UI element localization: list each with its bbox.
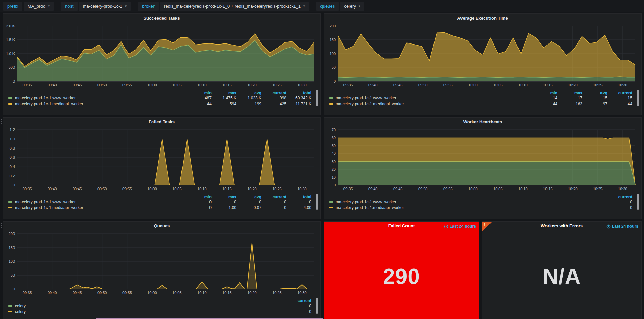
legend-series-toggle[interactable]: ma-celery-prod-1c-1.www_worker bbox=[6, 95, 188, 101]
graph-canvas[interactable]: 05001.0 K1.5 K2.0 K09:3509:4009:4509:500… bbox=[4, 23, 319, 89]
var-group-broker: broker redis_ma-celeryredis-prod-1c-1_0 … bbox=[138, 2, 309, 11]
svg-text:09:55: 09:55 bbox=[122, 291, 132, 295]
legend-series-name: ma-celery-prod-1c-1.mediaapi_worker bbox=[336, 102, 404, 106]
var-select-queues[interactable]: celery ▾ bbox=[340, 2, 364, 11]
legend-series-row: ma-celery-prod-1c-1.mediaapi_worker44594… bbox=[6, 101, 313, 107]
graph-legend: minmaxavgcurrenttotalma-celery-prod-1c-1… bbox=[3, 89, 320, 107]
clock-icon bbox=[606, 224, 611, 229]
legend-scrollbar[interactable] bbox=[637, 194, 639, 210]
legend-col-avg[interactable]: avg bbox=[238, 195, 263, 199]
graph-canvas[interactable]: 01020304050607009:3509:4009:4509:5009:55… bbox=[325, 126, 640, 193]
legend-col-current[interactable]: current bbox=[263, 195, 288, 199]
svg-text:0: 0 bbox=[13, 287, 15, 291]
svg-text:09:45: 09:45 bbox=[73, 83, 82, 87]
legend-name-header bbox=[6, 298, 288, 303]
panel-title[interactable]: Queues bbox=[3, 222, 320, 230]
legend-series-toggle[interactable]: ma-celery-prod-1c-1.mediaapi_worker bbox=[327, 205, 609, 211]
svg-text:10:30: 10:30 bbox=[297, 187, 307, 191]
legend-stat-value: 425 bbox=[263, 101, 288, 107]
legend-col-max[interactable]: max bbox=[213, 195, 238, 199]
legend-series-row: ma-celery-prod-1c-1.mediaapi_worker44163… bbox=[327, 101, 634, 107]
graph-canvas[interactable]: 05010015020009:3509:4009:4509:5009:5510:… bbox=[4, 230, 319, 296]
svg-text:10:10: 10:10 bbox=[518, 83, 528, 87]
panel-title[interactable]: Average Execution Time bbox=[324, 14, 641, 23]
legend-series-toggle[interactable]: celery bbox=[6, 303, 288, 309]
svg-text:09:45: 09:45 bbox=[393, 187, 403, 191]
svg-text:10:25: 10:25 bbox=[272, 187, 282, 191]
legend-stat-value: 0 bbox=[609, 205, 634, 211]
svg-text:0: 0 bbox=[13, 183, 15, 187]
legend-highlight-line bbox=[96, 318, 323, 319]
legend-series-toggle[interactable]: ma-celery-prod-1c-1.mediaapi_worker bbox=[327, 101, 534, 107]
legend-stat-value: 594 bbox=[213, 101, 238, 107]
var-label-queues: queues bbox=[316, 2, 339, 11]
legend-stat-value: 0 bbox=[288, 309, 313, 315]
panel-title[interactable]: Worker Heartbeats bbox=[324, 118, 641, 126]
svg-text:09:50: 09:50 bbox=[418, 83, 428, 87]
legend-series-toggle[interactable]: ma-celery-prod-1c-1.www_worker bbox=[327, 199, 609, 205]
legend-col-max[interactable]: max bbox=[559, 91, 584, 95]
panel-worker-heartbeats: Worker Heartbeats 01020304050607009:3509… bbox=[324, 117, 642, 219]
graph-canvas[interactable]: 05010015020009:3509:4009:4509:5009:5510:… bbox=[325, 23, 640, 89]
legend-col-current[interactable]: current bbox=[609, 195, 634, 199]
graph-canvas[interactable]: 00.20.40.60.81.01.209:3509:4009:4509:500… bbox=[4, 126, 319, 193]
legend-col-current[interactable]: current bbox=[609, 91, 634, 95]
series-color-swatch-icon bbox=[8, 207, 12, 208]
legend-col-min[interactable]: min bbox=[188, 91, 213, 95]
legend-series-toggle[interactable]: ma-celery-prod-1c-1.mediaapi_worker bbox=[6, 101, 188, 107]
series-color-swatch-icon bbox=[8, 201, 12, 203]
legend-scrollbar[interactable] bbox=[637, 90, 639, 106]
legend-col-total[interactable]: total bbox=[288, 91, 313, 95]
legend-stat-value: 487 bbox=[188, 95, 213, 101]
legend-stat-value: 163 bbox=[559, 101, 584, 107]
var-label-prefix: prefix bbox=[3, 2, 22, 11]
legend-col-current[interactable]: current bbox=[263, 91, 288, 95]
svg-text:09:50: 09:50 bbox=[418, 187, 428, 191]
svg-text:100: 100 bbox=[330, 52, 336, 56]
svg-text:20: 20 bbox=[332, 167, 336, 171]
svg-text:10:00: 10:00 bbox=[468, 187, 478, 191]
legend-col-max[interactable]: max bbox=[213, 91, 238, 95]
panel-title[interactable]: Failed Tasks bbox=[3, 118, 320, 126]
legend-stat-value: 998 bbox=[263, 95, 288, 101]
legend-series-row: ma-celery-prod-1c-1.mediaapi_worker01.00… bbox=[6, 205, 313, 211]
var-select-broker[interactable]: redis_ma-celeryredis-prod-1c-1_0 + redis… bbox=[160, 2, 309, 11]
legend-col-avg[interactable]: avg bbox=[584, 91, 609, 95]
series-color-swatch-icon bbox=[8, 103, 12, 105]
panel-title[interactable]: Succeeded Tasks bbox=[3, 14, 320, 23]
legend-series-toggle[interactable]: ma-celery-prod-1c-1.mediaapi_worker bbox=[6, 205, 188, 211]
svg-text:10:05: 10:05 bbox=[172, 291, 182, 295]
legend-col-total[interactable]: total bbox=[288, 195, 313, 199]
svg-text:09:35: 09:35 bbox=[23, 187, 32, 191]
legend-series-row: ma-celery-prod-1c-1.www_worker14171515 bbox=[327, 95, 634, 101]
legend-scrollbar[interactable] bbox=[316, 194, 318, 210]
legend-series-toggle[interactable]: celery bbox=[6, 309, 288, 315]
legend-series-row: celery0 bbox=[6, 309, 313, 315]
legend-stat-value: 14 bbox=[534, 95, 559, 101]
svg-text:10:15: 10:15 bbox=[222, 187, 232, 191]
svg-text:200: 200 bbox=[330, 24, 336, 28]
svg-text:09:35: 09:35 bbox=[23, 291, 32, 295]
legend-stat-value: 0 bbox=[263, 205, 288, 211]
legend-col-min[interactable]: min bbox=[188, 195, 213, 199]
legend-name-header bbox=[6, 195, 188, 199]
var-select-host[interactable]: ma-celery-prod-1c-1 ▾ bbox=[79, 2, 131, 11]
legend-series-toggle[interactable]: ma-celery-prod-1c-1.www_worker bbox=[327, 95, 534, 101]
legend-stat-value: 4.00 bbox=[288, 205, 313, 211]
row-drag-handle[interactable] bbox=[0, 119, 2, 124]
legend-series-name: ma-celery-prod-1c-1.www_worker bbox=[15, 96, 76, 100]
row-drag-handle[interactable] bbox=[0, 223, 2, 228]
svg-text:10:00: 10:00 bbox=[147, 187, 157, 191]
legend-col-current[interactable]: current bbox=[288, 298, 313, 303]
legend-scrollbar[interactable] bbox=[316, 298, 318, 314]
legend-stat-value: 11.721 K bbox=[288, 101, 313, 107]
legend-scrollbar[interactable] bbox=[316, 90, 318, 106]
svg-text:500: 500 bbox=[9, 65, 15, 69]
legend-col-avg[interactable]: avg bbox=[238, 91, 263, 95]
legend-col-min[interactable]: min bbox=[534, 91, 559, 95]
var-select-prefix[interactable]: MA_prod ▾ bbox=[24, 2, 54, 11]
legend-stat-value: 0 bbox=[238, 199, 263, 205]
panel-average-execution-time: Average Execution Time 05010015020009:35… bbox=[324, 13, 642, 115]
legend-name-header bbox=[327, 195, 609, 199]
legend-series-toggle[interactable]: ma-celery-prod-1c-1.www_worker bbox=[6, 199, 188, 205]
